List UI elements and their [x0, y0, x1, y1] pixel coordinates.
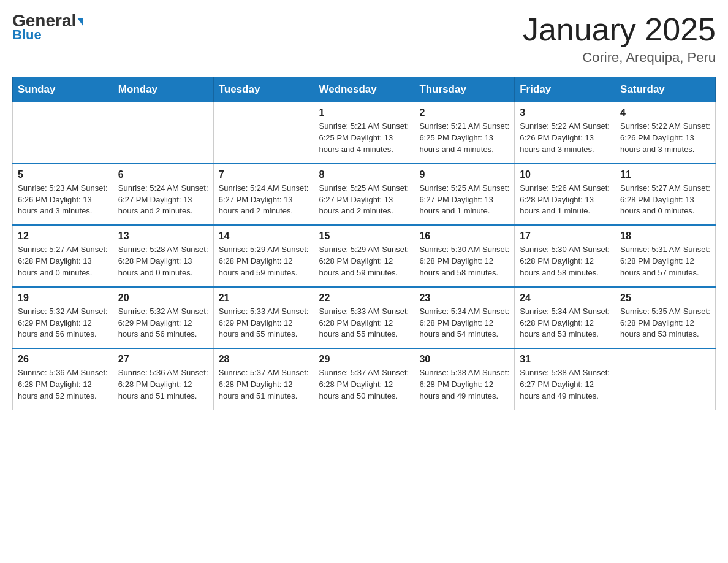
day-info: Sunrise: 5:36 AM Sunset: 6:28 PM Dayligh… — [18, 367, 108, 402]
day-info: Sunrise: 5:34 AM Sunset: 6:28 PM Dayligh… — [419, 306, 509, 341]
day-number: 3 — [520, 107, 610, 118]
day-of-week-header: Thursday — [414, 77, 515, 102]
calendar-header-row: SundayMondayTuesdayWednesdayThursdayFrid… — [13, 77, 716, 102]
day-number: 6 — [118, 169, 208, 180]
calendar-cell: 26Sunrise: 5:36 AM Sunset: 6:28 PM Dayli… — [13, 348, 113, 410]
calendar-cell: 3Sunrise: 5:22 AM Sunset: 6:26 PM Daylig… — [515, 102, 615, 164]
calendar-cell — [113, 102, 213, 164]
calendar-cell: 20Sunrise: 5:32 AM Sunset: 6:29 PM Dayli… — [113, 287, 213, 349]
day-info: Sunrise: 5:25 AM Sunset: 6:27 PM Dayligh… — [419, 183, 509, 218]
calendar-cell — [213, 102, 314, 164]
calendar-cell: 5Sunrise: 5:23 AM Sunset: 6:26 PM Daylig… — [13, 164, 113, 226]
calendar-week-row: 26Sunrise: 5:36 AM Sunset: 6:28 PM Dayli… — [13, 348, 716, 410]
month-title: January 2025 — [523, 12, 716, 47]
day-number: 10 — [520, 169, 610, 180]
calendar-cell: 13Sunrise: 5:28 AM Sunset: 6:28 PM Dayli… — [113, 225, 213, 287]
day-info: Sunrise: 5:37 AM Sunset: 6:28 PM Dayligh… — [219, 367, 309, 402]
day-of-week-header: Sunday — [13, 77, 113, 102]
day-info: Sunrise: 5:23 AM Sunset: 6:26 PM Dayligh… — [18, 183, 108, 218]
day-number: 20 — [118, 293, 208, 304]
day-number: 7 — [219, 169, 309, 180]
calendar-cell — [615, 348, 716, 410]
day-number: 24 — [520, 293, 610, 304]
calendar-week-row: 19Sunrise: 5:32 AM Sunset: 6:29 PM Dayli… — [13, 287, 716, 349]
day-number: 14 — [219, 231, 309, 242]
day-info: Sunrise: 5:29 AM Sunset: 6:28 PM Dayligh… — [219, 244, 309, 279]
day-number: 18 — [620, 231, 710, 242]
day-info: Sunrise: 5:22 AM Sunset: 6:26 PM Dayligh… — [620, 121, 710, 156]
day-number: 4 — [620, 107, 710, 118]
day-info: Sunrise: 5:30 AM Sunset: 6:28 PM Dayligh… — [520, 244, 610, 279]
calendar-table: SundayMondayTuesdayWednesdayThursdayFrid… — [12, 77, 716, 410]
day-number: 11 — [620, 169, 710, 180]
day-number: 29 — [319, 354, 409, 365]
page-header: General Blue January 2025 Corire, Arequi… — [12, 12, 716, 66]
day-number: 21 — [219, 293, 309, 304]
day-info: Sunrise: 5:22 AM Sunset: 6:26 PM Dayligh… — [520, 121, 610, 156]
calendar-cell — [13, 102, 113, 164]
calendar-week-row: 5Sunrise: 5:23 AM Sunset: 6:26 PM Daylig… — [13, 164, 716, 226]
calendar-cell: 2Sunrise: 5:21 AM Sunset: 6:25 PM Daylig… — [414, 102, 515, 164]
location-title: Corire, Arequipa, Peru — [523, 50, 716, 66]
day-of-week-header: Monday — [113, 77, 213, 102]
calendar-cell: 7Sunrise: 5:24 AM Sunset: 6:27 PM Daylig… — [213, 164, 314, 226]
day-of-week-header: Friday — [515, 77, 615, 102]
day-info: Sunrise: 5:33 AM Sunset: 6:29 PM Dayligh… — [219, 306, 309, 341]
calendar-cell: 16Sunrise: 5:30 AM Sunset: 6:28 PM Dayli… — [414, 225, 515, 287]
logo: General Blue — [12, 12, 83, 43]
calendar-cell: 28Sunrise: 5:37 AM Sunset: 6:28 PM Dayli… — [213, 348, 314, 410]
day-number: 22 — [319, 293, 409, 304]
title-block: January 2025 Corire, Arequipa, Peru — [523, 12, 716, 66]
calendar-cell: 29Sunrise: 5:37 AM Sunset: 6:28 PM Dayli… — [314, 348, 414, 410]
day-number: 1 — [319, 107, 409, 118]
day-number: 5 — [18, 169, 108, 180]
day-info: Sunrise: 5:32 AM Sunset: 6:29 PM Dayligh… — [118, 306, 208, 341]
calendar-cell: 17Sunrise: 5:30 AM Sunset: 6:28 PM Dayli… — [515, 225, 615, 287]
day-number: 30 — [419, 354, 509, 365]
day-info: Sunrise: 5:31 AM Sunset: 6:28 PM Dayligh… — [620, 244, 710, 279]
day-number: 2 — [419, 107, 509, 118]
day-info: Sunrise: 5:33 AM Sunset: 6:28 PM Dayligh… — [319, 306, 409, 341]
day-number: 17 — [520, 231, 610, 242]
day-info: Sunrise: 5:28 AM Sunset: 6:28 PM Dayligh… — [118, 244, 208, 279]
calendar-week-row: 12Sunrise: 5:27 AM Sunset: 6:28 PM Dayli… — [13, 225, 716, 287]
calendar-cell: 27Sunrise: 5:36 AM Sunset: 6:28 PM Dayli… — [113, 348, 213, 410]
calendar-cell: 31Sunrise: 5:38 AM Sunset: 6:27 PM Dayli… — [515, 348, 615, 410]
day-info: Sunrise: 5:25 AM Sunset: 6:27 PM Dayligh… — [319, 183, 409, 218]
day-info: Sunrise: 5:21 AM Sunset: 6:25 PM Dayligh… — [419, 121, 509, 156]
day-number: 12 — [18, 231, 108, 242]
day-number: 16 — [419, 231, 509, 242]
day-number: 28 — [219, 354, 309, 365]
day-number: 19 — [18, 293, 108, 304]
day-number: 27 — [118, 354, 208, 365]
calendar-cell: 18Sunrise: 5:31 AM Sunset: 6:28 PM Dayli… — [615, 225, 716, 287]
calendar-cell: 25Sunrise: 5:35 AM Sunset: 6:28 PM Dayli… — [615, 287, 716, 349]
day-of-week-header: Saturday — [615, 77, 716, 102]
day-info: Sunrise: 5:35 AM Sunset: 6:28 PM Dayligh… — [620, 306, 710, 341]
day-info: Sunrise: 5:30 AM Sunset: 6:28 PM Dayligh… — [419, 244, 509, 279]
day-info: Sunrise: 5:29 AM Sunset: 6:28 PM Dayligh… — [319, 244, 409, 279]
calendar-cell: 1Sunrise: 5:21 AM Sunset: 6:25 PM Daylig… — [314, 102, 414, 164]
calendar-cell: 11Sunrise: 5:27 AM Sunset: 6:28 PM Dayli… — [615, 164, 716, 226]
calendar-cell: 21Sunrise: 5:33 AM Sunset: 6:29 PM Dayli… — [213, 287, 314, 349]
day-number: 9 — [419, 169, 509, 180]
calendar-cell: 9Sunrise: 5:25 AM Sunset: 6:27 PM Daylig… — [414, 164, 515, 226]
day-of-week-header: Tuesday — [213, 77, 314, 102]
day-info: Sunrise: 5:38 AM Sunset: 6:28 PM Dayligh… — [419, 367, 509, 402]
day-info: Sunrise: 5:26 AM Sunset: 6:28 PM Dayligh… — [520, 183, 610, 218]
day-number: 26 — [18, 354, 108, 365]
day-number: 15 — [319, 231, 409, 242]
day-of-week-header: Wednesday — [314, 77, 414, 102]
calendar-cell: 14Sunrise: 5:29 AM Sunset: 6:28 PM Dayli… — [213, 225, 314, 287]
calendar-week-row: 1Sunrise: 5:21 AM Sunset: 6:25 PM Daylig… — [13, 102, 716, 164]
day-number: 8 — [319, 169, 409, 180]
logo-blue: Blue — [12, 27, 42, 43]
day-info: Sunrise: 5:24 AM Sunset: 6:27 PM Dayligh… — [219, 183, 309, 218]
day-number: 13 — [118, 231, 208, 242]
calendar-cell: 23Sunrise: 5:34 AM Sunset: 6:28 PM Dayli… — [414, 287, 515, 349]
day-number: 23 — [419, 293, 509, 304]
day-info: Sunrise: 5:36 AM Sunset: 6:28 PM Dayligh… — [118, 367, 208, 402]
calendar-cell: 24Sunrise: 5:34 AM Sunset: 6:28 PM Dayli… — [515, 287, 615, 349]
calendar-cell: 6Sunrise: 5:24 AM Sunset: 6:27 PM Daylig… — [113, 164, 213, 226]
calendar-cell: 15Sunrise: 5:29 AM Sunset: 6:28 PM Dayli… — [314, 225, 414, 287]
